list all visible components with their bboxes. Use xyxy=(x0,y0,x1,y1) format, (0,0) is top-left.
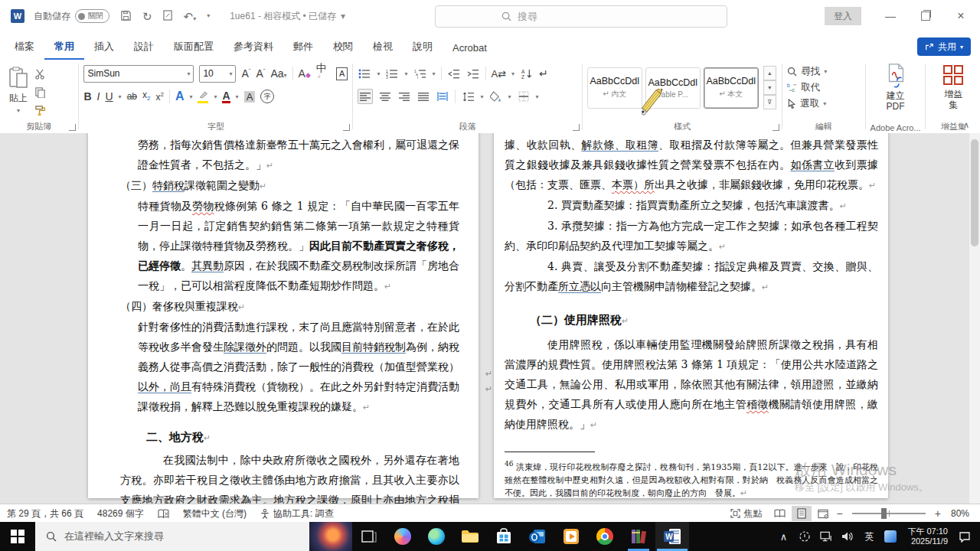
task-view-button[interactable] xyxy=(352,522,386,551)
highlight-chevron-icon[interactable]: ▾ xyxy=(214,93,217,100)
paragraph-dialog-launcher[interactable] xyxy=(573,124,580,131)
styles-scroll-up-icon[interactable]: ▴ xyxy=(763,66,776,80)
change-case-icon[interactable]: Aa▾ xyxy=(270,68,286,79)
font-name-select[interactable]: SimSun▾ xyxy=(83,65,194,83)
web-layout-button[interactable]: e xyxy=(813,506,833,521)
tab-design[interactable]: 設計 xyxy=(124,34,164,60)
enclose-characters-icon[interactable]: 字 xyxy=(260,90,274,103)
select-button[interactable]: 選取▾ xyxy=(787,96,860,112)
tab-review[interactable]: 校閱 xyxy=(323,34,363,60)
print-preview-icon[interactable] xyxy=(163,10,173,23)
superscript-icon[interactable]: x2 xyxy=(155,92,163,102)
styles-dialog-launcher[interactable] xyxy=(773,124,779,131)
replace-button[interactable]: bc 取代 xyxy=(787,80,860,96)
notification-center-icon[interactable] xyxy=(954,522,975,551)
font-color-icon[interactable]: A xyxy=(222,90,230,103)
phonetic-guide-icon[interactable]: 中ㄨ xyxy=(316,63,331,84)
text-effects-icon[interactable]: A xyxy=(175,90,185,103)
file-explorer-icon[interactable] xyxy=(453,522,487,551)
customize-qat-icon[interactable]: ▾ xyxy=(207,13,210,19)
store-icon[interactable] xyxy=(487,522,521,551)
taskbar-search[interactable]: 在這裡輸入文字來搜尋 xyxy=(35,522,352,551)
decrease-indent-icon[interactable] xyxy=(447,67,461,80)
shading-icon[interactable] xyxy=(488,90,502,103)
tab-view[interactable]: 檢視 xyxy=(363,34,403,60)
number-list-icon[interactable]: 123 xyxy=(385,67,399,80)
font-size-select[interactable]: 10▾ xyxy=(199,65,236,83)
zoom-out-button[interactable]: − xyxy=(834,507,846,520)
sort-icon[interactable]: AZ xyxy=(520,67,534,80)
accessibility-status[interactable]: 協助工具: 調查 xyxy=(253,504,341,523)
increase-indent-icon[interactable] xyxy=(466,67,480,80)
bullet-chevron-icon[interactable]: ▾ xyxy=(377,70,380,77)
tab-references[interactable]: 參考資料 xyxy=(224,34,283,60)
potplayer-icon[interactable] xyxy=(554,522,588,551)
borders-chevron-icon[interactable]: ▾ xyxy=(536,93,539,100)
word-app-icon[interactable]: W xyxy=(11,9,24,23)
chrome-icon[interactable] xyxy=(588,522,622,551)
clear-formatting-icon[interactable]: A◆ xyxy=(299,68,311,79)
line-spacing-chevron-icon[interactable]: ▾ xyxy=(480,93,483,100)
paste-button[interactable]: 貼上 ▾ xyxy=(4,64,33,117)
vertical-scrollbar[interactable] xyxy=(969,133,980,504)
onedrive-icon[interactable] xyxy=(794,522,815,551)
save-icon[interactable] xyxy=(120,10,132,23)
styles-scroll-down-icon[interactable]: ▾ xyxy=(763,80,776,95)
style-card-neiwen[interactable]: AaBbCcDdl ↵ 內文 xyxy=(587,67,642,109)
zoom-level[interactable]: 80% xyxy=(944,504,980,523)
justify-icon[interactable] xyxy=(416,90,430,103)
ime-indicator[interactable]: 英 xyxy=(858,522,880,551)
shrink-font-icon[interactable]: Aˇ xyxy=(256,68,265,79)
subscript-icon[interactable]: x2 xyxy=(142,90,150,102)
close-button[interactable]: × xyxy=(943,0,978,32)
format-painter-icon[interactable] xyxy=(33,103,47,117)
zoom-in-button[interactable]: + xyxy=(932,507,944,520)
word-count[interactable]: 48269 個字 xyxy=(90,504,151,523)
edge-icon[interactable] xyxy=(420,522,453,551)
shading-chevron-icon[interactable]: ▾ xyxy=(508,93,511,100)
volume-icon[interactable] xyxy=(837,522,858,551)
network-icon[interactable] xyxy=(815,522,837,551)
font-dialog-launcher[interactable] xyxy=(343,124,350,131)
align-center-icon[interactable] xyxy=(378,90,392,103)
notes-app-icon[interactable] xyxy=(880,522,901,551)
create-pdf-button[interactable]: 建立 PDF xyxy=(871,64,921,113)
tab-acrobat[interactable]: Acrobat xyxy=(443,36,497,60)
title-chevron-icon[interactable]: ▾ xyxy=(341,11,345,21)
addins-button[interactable]: 增益集 xyxy=(930,64,976,112)
read-mode-button[interactable] xyxy=(770,506,790,521)
tab-mailings[interactable]: 郵件 xyxy=(283,34,323,60)
find-button[interactable]: 尋找▾ xyxy=(787,64,860,80)
text-effects-chevron-icon[interactable]: ▾ xyxy=(189,93,192,100)
search-highlight-image[interactable] xyxy=(309,522,352,551)
page-left[interactable]: 勞務，指每次銷售價格達新臺幣五十萬元之入會權利，屬可退還之保證金性質者，不包括之… xyxy=(88,133,479,498)
borders-icon[interactable] xyxy=(517,90,531,103)
outlook-icon[interactable] xyxy=(521,522,554,551)
proofing-status[interactable] xyxy=(151,504,176,523)
scrollbar-thumb[interactable] xyxy=(971,139,978,246)
undo-button[interactable]: ↶▾ xyxy=(184,11,197,22)
signin-button[interactable]: 登入 xyxy=(825,7,861,25)
word-taskbar-icon[interactable]: W xyxy=(655,522,689,551)
search-box[interactable]: 搜尋 xyxy=(435,5,727,28)
print-layout-button[interactable] xyxy=(792,506,812,521)
share-button[interactable]: 共用 ▾ xyxy=(917,37,971,56)
document-title[interactable]: 1ue61 - 相容模式 • 已儲存 xyxy=(230,10,336,23)
tab-file[interactable]: 檔案 xyxy=(5,34,44,60)
tab-home[interactable]: 常用 xyxy=(44,34,84,60)
grow-font-icon[interactable]: Aˆ xyxy=(241,68,250,79)
strikethrough-icon[interactable]: ab xyxy=(127,92,137,101)
repeat-icon[interactable]: ↻ xyxy=(142,11,152,22)
highlight-color-icon[interactable] xyxy=(198,90,208,103)
zoom-slider[interactable] xyxy=(852,513,926,514)
focus-mode-button[interactable]: 焦點 xyxy=(724,504,769,523)
bold-icon[interactable]: B xyxy=(83,91,91,102)
styles-more-icon[interactable]: ⊽ xyxy=(763,95,776,109)
bullet-list-icon[interactable] xyxy=(358,67,371,80)
collapse-ribbon-icon[interactable]: ∧ xyxy=(963,120,969,130)
winrar-icon[interactable] xyxy=(622,522,655,551)
asian-layout-icon[interactable]: A⇄ xyxy=(492,69,507,79)
tab-insert[interactable]: 插入 xyxy=(84,34,124,60)
tab-layout[interactable]: 版面配置 xyxy=(164,34,224,60)
clipboard-dialog-launcher[interactable] xyxy=(69,124,76,131)
